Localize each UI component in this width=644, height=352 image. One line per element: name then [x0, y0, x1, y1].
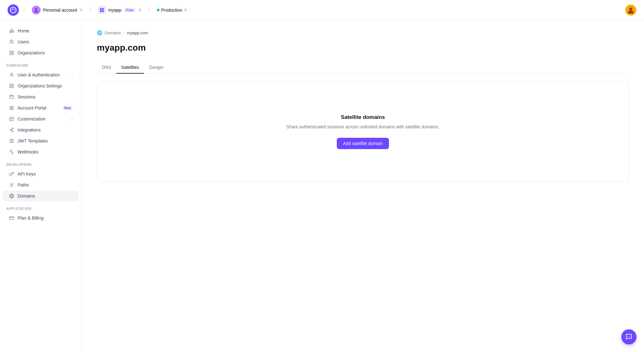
sidebar-item-user-auth[interactable]: User & Authentication ›	[3, 70, 79, 80]
jwt-icon	[9, 138, 14, 144]
svg-rect-4	[102, 10, 104, 12]
svg-point-20	[11, 107, 12, 108]
svg-point-39	[629, 336, 629, 337]
sidebar-label-account-portal: Account Portal	[18, 105, 59, 110]
home-icon	[9, 28, 14, 34]
account-portal-icon	[9, 105, 14, 111]
org-settings-icon	[9, 83, 14, 89]
empty-state-title: Satellite domains	[286, 114, 439, 120]
sidebar-item-account-portal[interactable]: Account Portal New	[3, 103, 79, 113]
tab-satellites[interactable]: Satellites	[116, 62, 144, 74]
svg-rect-11	[12, 53, 14, 55]
top-navigation: / Personal account ⇅ / myapp Free ⇅ / Pr…	[0, 0, 644, 20]
sidebar-label-paths: Paths	[18, 182, 73, 187]
billing-icon	[9, 215, 14, 221]
sidebar-item-api-keys[interactable]: API Keys	[3, 169, 79, 179]
svg-point-0	[35, 8, 37, 10]
customization-chevron-icon: ›	[71, 117, 73, 121]
env-chevron-icon: ⇅	[184, 8, 187, 12]
svg-rect-36	[9, 216, 14, 219]
sidebar-label-home: Home	[18, 28, 73, 33]
svg-point-33	[11, 152, 12, 153]
svg-point-38	[627, 336, 628, 337]
svg-point-7	[10, 40, 12, 42]
sidebar-item-organizations[interactable]: Organizations	[3, 47, 79, 58]
svg-point-19	[10, 106, 14, 110]
svg-point-34	[11, 184, 12, 186]
account-avatar	[32, 6, 41, 14]
users-icon	[9, 39, 14, 45]
sidebar-label-users: Users	[18, 39, 73, 44]
topnav-right	[625, 4, 636, 16]
sidebar-label-api-keys: API Keys	[18, 171, 73, 176]
breadcrumb: 🌐 Domains / myapp.com	[97, 30, 629, 35]
sidebar-label-user-auth: User & Authentication	[18, 72, 68, 77]
svg-rect-13	[10, 84, 11, 86]
sidebar: Home Users Organizations Configure User …	[0, 20, 82, 352]
app-icon	[98, 6, 106, 14]
sidebar-label-integrations: Integrations	[18, 127, 73, 132]
sidebar-item-home[interactable]: Home	[3, 25, 79, 36]
api-keys-icon	[9, 171, 14, 177]
environment-selector[interactable]: Production ⇅	[154, 6, 190, 14]
main-content: 🌐 Domains / myapp.com myapp.com DNS Sate…	[82, 20, 644, 352]
sidebar-label-customization: Customization	[18, 116, 68, 121]
sidebar-label-org-settings: Organizations Settings	[18, 83, 73, 88]
sessions-icon	[9, 94, 14, 100]
svg-rect-2	[102, 8, 104, 10]
user-avatar[interactable]	[625, 4, 636, 16]
separator-2: /	[90, 7, 91, 13]
svg-rect-16	[10, 95, 14, 99]
svg-rect-21	[10, 117, 14, 121]
sidebar-label-organizations: Organizations	[18, 50, 73, 55]
personal-account-selector[interactable]: Personal account ⇅	[29, 4, 85, 16]
svg-rect-1	[100, 8, 102, 10]
svg-rect-10	[10, 53, 11, 55]
svg-point-6	[629, 8, 632, 10]
chat-button[interactable]	[621, 329, 636, 344]
domains-icon	[9, 193, 14, 199]
sidebar-item-domains[interactable]: Domains	[3, 191, 79, 201]
free-badge: Free	[124, 8, 136, 12]
account-name: Personal account	[43, 8, 77, 13]
tab-danger[interactable]: Danger	[144, 62, 169, 74]
account-portal-new-badge: New	[62, 106, 73, 110]
sidebar-item-org-settings[interactable]: Organizations Settings	[3, 81, 79, 91]
app-selector[interactable]: myapp Free ⇅	[96, 5, 144, 15]
sidebar-item-paths[interactable]: Paths	[3, 180, 79, 190]
breadcrumb-parent[interactable]: Domains	[105, 31, 121, 35]
tab-dns[interactable]: DNS	[97, 62, 116, 74]
add-satellite-domain-button[interactable]: Add satellite domain	[337, 138, 389, 149]
svg-point-26	[12, 131, 13, 132]
svg-point-40	[630, 336, 630, 337]
sidebar-item-billing[interactable]: Plan & Billing	[3, 213, 79, 223]
satellites-content-card: Satellite domains Share authenticated se…	[97, 81, 629, 182]
developers-section-label: Developers	[0, 158, 81, 168]
user-auth-chevron-icon: ›	[71, 73, 73, 77]
tabs-container: DNS Satellites Danger	[97, 62, 629, 74]
integrations-icon	[9, 127, 14, 133]
sidebar-label-billing: Plan & Billing	[18, 215, 73, 221]
env-name: Production	[161, 8, 182, 13]
empty-state: Satellite domains Share authenticated se…	[274, 95, 452, 168]
svg-rect-9	[12, 51, 14, 53]
sidebar-label-domains: Domains	[18, 193, 73, 198]
breadcrumb-current: myapp.com	[127, 31, 148, 35]
svg-rect-14	[12, 84, 14, 86]
env-status-dot	[157, 9, 159, 11]
app-logo[interactable]	[8, 4, 19, 16]
svg-line-28	[11, 130, 12, 131]
svg-point-25	[12, 128, 13, 129]
sidebar-item-jwt[interactable]: JWT Templates	[3, 136, 79, 146]
separator-1: /	[23, 7, 25, 13]
sidebar-item-webhooks[interactable]: Webhooks	[3, 147, 79, 157]
user-auth-icon	[9, 72, 14, 78]
application-section-label: Application	[0, 202, 81, 212]
topnav-left: / Personal account ⇅ / myapp Free ⇅ / Pr…	[8, 4, 190, 16]
configure-section-label: Configure	[0, 59, 81, 69]
sidebar-item-sessions[interactable]: Sessions	[3, 92, 79, 102]
sidebar-label-webhooks: Webhooks	[18, 149, 73, 154]
sidebar-item-users[interactable]: Users	[3, 36, 79, 47]
sidebar-item-integrations[interactable]: Integrations	[3, 125, 79, 135]
sidebar-item-customization[interactable]: Customization ›	[3, 114, 79, 124]
